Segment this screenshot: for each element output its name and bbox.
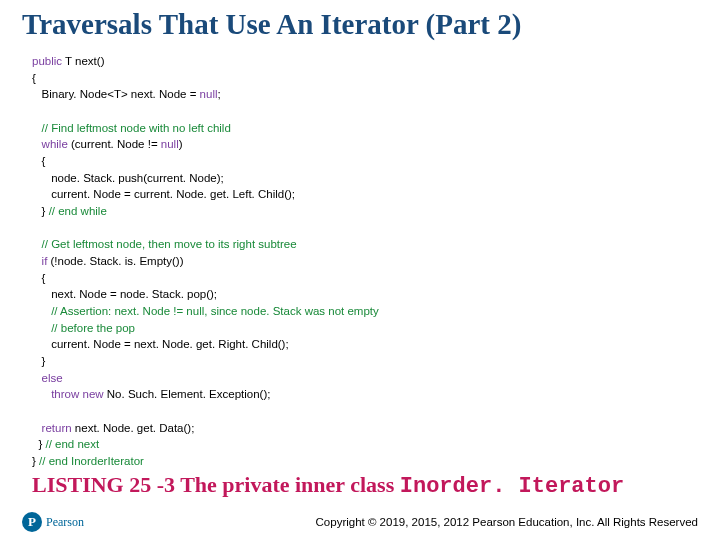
code-text: current. Node = current. Node. get. Left… bbox=[32, 188, 295, 200]
listing-caption: LISTING 25 -3 The private inner class In… bbox=[22, 472, 698, 499]
logo-text: Pearson bbox=[46, 515, 84, 530]
kw-if: if bbox=[32, 255, 47, 267]
kw-new: new bbox=[79, 388, 103, 400]
code-text: No. Such. Element. Exception(); bbox=[104, 388, 271, 400]
publisher-logo: P Pearson bbox=[22, 512, 84, 532]
code-comment: // before the pop bbox=[32, 322, 135, 334]
kw-null: null bbox=[200, 88, 218, 100]
code-text: Binary. Node<T> next. Node = bbox=[32, 88, 200, 100]
kw-public: public bbox=[32, 55, 62, 67]
code-comment: // end while bbox=[49, 205, 107, 217]
page-title: Traversals That Use An Iterator (Part 2) bbox=[22, 8, 698, 41]
code-text: ; bbox=[218, 88, 221, 100]
code-comment: // end next bbox=[45, 438, 99, 450]
code-comment: // Assertion: next. Node != null, since … bbox=[32, 305, 379, 317]
code-text: T next() bbox=[62, 55, 104, 67]
caption-classname: Inorder. Iterator bbox=[400, 474, 624, 499]
code-text: (!node. Stack. is. Empty()) bbox=[47, 255, 183, 267]
kw-else: else bbox=[32, 372, 63, 384]
logo-icon: P bbox=[22, 512, 42, 532]
copyright-text: Copyright © 2019, 2015, 2012 Pearson Edu… bbox=[316, 516, 698, 528]
code-text: { bbox=[32, 155, 45, 167]
code-text: node. Stack. push(current. Node); bbox=[32, 172, 224, 184]
code-text: } bbox=[32, 205, 49, 217]
kw-while: while bbox=[32, 138, 68, 150]
code-text: } bbox=[32, 455, 39, 467]
kw-return: return bbox=[32, 422, 72, 434]
code-text: { bbox=[32, 72, 36, 84]
kw-throw: throw bbox=[32, 388, 79, 400]
code-text: current. Node = next. Node. get. Right. … bbox=[32, 338, 289, 350]
code-text: } bbox=[32, 438, 45, 450]
caption-prefix: LISTING 25 -3 The private inner class bbox=[32, 472, 400, 497]
kw-null: null bbox=[161, 138, 179, 150]
code-comment: // end InorderIterator bbox=[39, 455, 144, 467]
code-text: ) bbox=[179, 138, 183, 150]
footer: P Pearson Copyright © 2019, 2015, 2012 P… bbox=[22, 512, 698, 532]
code-text: { bbox=[32, 272, 45, 284]
code-text: next. Node. get. Data(); bbox=[72, 422, 195, 434]
slide: Traversals That Use An Iterator (Part 2)… bbox=[0, 0, 720, 540]
code-text: next. Node = node. Stack. pop(); bbox=[32, 288, 217, 300]
code-text: } bbox=[32, 355, 45, 367]
code-block: public T next() { Binary. Node<T> next. … bbox=[22, 53, 698, 470]
code-comment: // Get leftmost node, then move to its r… bbox=[32, 238, 297, 250]
code-comment: // Find leftmost node with no left child bbox=[32, 122, 231, 134]
code-text: (current. Node != bbox=[68, 138, 161, 150]
